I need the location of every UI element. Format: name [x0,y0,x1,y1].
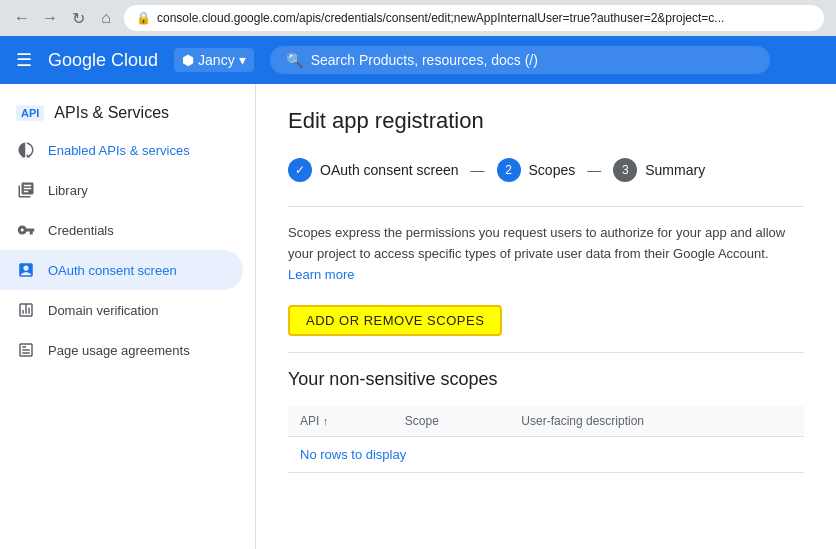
add-scopes-button[interactable]: ADD OR REMOVE SCOPES [288,305,502,336]
sort-icon[interactable]: ↑ [323,415,329,427]
gc-header: ☰ Google Cloud ⬢ Jancy ▾ 🔍 Search Produc… [0,36,836,84]
col-description: User-facing description [509,406,804,437]
divider-top [288,206,804,207]
col-api: API ↑ [288,406,393,437]
search-icon: 🔍 [286,52,303,68]
content-area: Edit app registration ✓ OAuth consent sc… [256,84,836,549]
sidebar-item-credentials[interactable]: Credentials [0,210,243,250]
col-scope: Scope [393,406,510,437]
project-selector[interactable]: ⬢ Jancy ▾ [174,48,254,72]
page-title: Edit app registration [288,108,804,134]
description-text-main: Scopes express the permissions you reque… [288,225,785,261]
scopes-table: API ↑ Scope User-facing description No r… [288,406,804,473]
refresh-button[interactable]: ↻ [68,8,88,28]
url-bar[interactable]: 🔒 console.cloud.google.com/apis/credenti… [124,5,824,31]
divider-mid [288,352,804,353]
main-layout: API APIs & Services Enabled APIs & servi… [0,84,836,549]
project-icon: ⬢ [182,52,194,68]
stepper: ✓ OAuth consent screen — 2 Scopes — 3 Su… [288,158,804,182]
enabled-apis-icon [16,140,36,160]
api-badge: API [16,105,44,121]
step-circle-2: 2 [497,158,521,182]
step-label-scopes: Scopes [529,162,576,178]
learn-more-link[interactable]: Learn more [288,267,354,282]
library-icon [16,180,36,200]
step-oauth-consent: ✓ OAuth consent screen [288,158,459,182]
sidebar-title: APIs & Services [54,104,169,122]
step-summary: 3 Summary [613,158,705,182]
forward-button[interactable]: → [40,8,60,28]
sidebar-item-label: Page usage agreements [48,343,190,358]
step-circle-1: ✓ [288,158,312,182]
sidebar-item-library[interactable]: Library [0,170,243,210]
step-scopes: 2 Scopes [497,158,576,182]
home-button[interactable]: ⌂ [96,8,116,28]
sidebar-item-domain-verification[interactable]: Domain verification [0,290,243,330]
sidebar-item-enabled-apis[interactable]: Enabled APIs & services [0,130,243,170]
col-api-label: API [300,414,319,428]
sidebar-item-label: OAuth consent screen [48,263,177,278]
chevron-down-icon: ▾ [239,52,246,68]
table-header-row: API ↑ Scope User-facing description [288,406,804,437]
sidebar-item-label: Credentials [48,223,114,238]
scopes-description: Scopes express the permissions you reque… [288,223,788,285]
search-placeholder: Search Products, resources, docs (/) [311,52,538,68]
page-usage-icon [16,340,36,360]
sidebar-item-page-usage[interactable]: Page usage agreements [0,330,243,370]
table-row-empty: No rows to display [288,437,804,473]
sidebar-item-oauth-consent[interactable]: OAuth consent screen [0,250,243,290]
no-rows-message: No rows to display [288,437,804,473]
gc-logo: Google Cloud [48,50,158,71]
step-circle-3: 3 [613,158,637,182]
sidebar-item-label: Domain verification [48,303,159,318]
url-text: console.cloud.google.com/apis/credential… [157,11,724,25]
project-name: Jancy [198,52,235,68]
gc-logo-text: Google Cloud [48,50,158,71]
check-icon: ✓ [295,163,305,177]
credentials-icon [16,220,36,240]
step-divider-2: — [587,162,601,178]
oauth-consent-icon [16,260,36,280]
step-divider-1: — [471,162,485,178]
non-sensitive-title: Your non-sensitive scopes [288,369,804,390]
back-button[interactable]: ← [12,8,32,28]
step-label-oauth: OAuth consent screen [320,162,459,178]
browser-bar: ← → ↻ ⌂ 🔒 console.cloud.google.com/apis/… [0,0,836,36]
step-label-summary: Summary [645,162,705,178]
step-number-3: 3 [622,163,629,177]
sidebar: API APIs & Services Enabled APIs & servi… [0,84,256,549]
sidebar-item-label: Library [48,183,88,198]
sidebar-header: API APIs & Services [0,92,255,130]
search-bar[interactable]: 🔍 Search Products, resources, docs (/) [270,46,770,74]
lock-icon: 🔒 [136,11,151,25]
step-number-2: 2 [505,163,512,177]
hamburger-menu-icon[interactable]: ☰ [16,49,32,71]
domain-verification-icon [16,300,36,320]
sidebar-item-label: Enabled APIs & services [48,143,190,158]
